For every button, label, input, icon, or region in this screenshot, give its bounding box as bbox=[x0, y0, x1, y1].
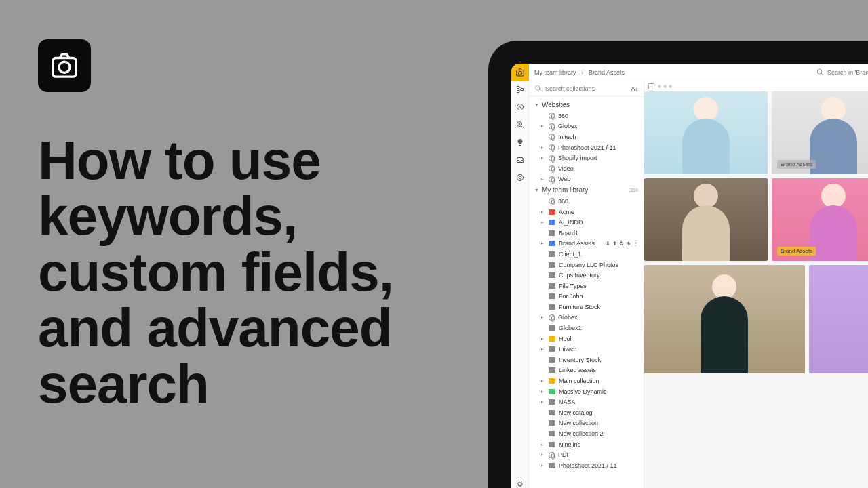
share-icon[interactable]: ⊕ bbox=[626, 241, 631, 247]
globe-icon bbox=[549, 314, 555, 321]
tree-item[interactable]: ▸Main collection bbox=[529, 375, 644, 386]
app-logo-badge bbox=[38, 39, 91, 92]
tree-item[interactable]: ▸Hooli bbox=[529, 333, 644, 344]
tree-item[interactable]: ▸Massive Dynamic bbox=[529, 386, 644, 397]
tree-item[interactable]: ▸Cups Inventory bbox=[529, 270, 644, 281]
tree-item-label: NASA bbox=[559, 399, 576, 405]
tree-item-label: Video bbox=[558, 165, 574, 172]
tree-item-label: Initech bbox=[558, 134, 576, 140]
inbox-icon[interactable] bbox=[516, 156, 524, 164]
tree-item[interactable]: ▸Furniture Stock bbox=[529, 302, 644, 312]
folder-icon bbox=[549, 293, 555, 299]
upload-icon[interactable]: ⬆ bbox=[612, 241, 617, 247]
tree-item[interactable]: ▸Photoshoot 2021 / 11 bbox=[529, 460, 644, 471]
tree-item[interactable]: ▸360 bbox=[529, 110, 644, 121]
tree-item[interactable]: ▸Brand Assets⬇⬆✿⊕⋮ bbox=[529, 239, 644, 249]
tree-item[interactable]: ▸Board1 bbox=[529, 228, 644, 239]
plug-icon[interactable] bbox=[516, 480, 524, 488]
folder-icon bbox=[549, 304, 555, 310]
asset-card[interactable] bbox=[644, 178, 768, 261]
collection-tree: ▼Websites▸360▸Globex▸Initech▸Photoshoot … bbox=[529, 96, 644, 474]
tree-item-label: New collection 2 bbox=[559, 430, 604, 437]
topbar: My team library / Brand Assets bbox=[511, 64, 868, 81]
tree-item[interactable]: ▸New collection bbox=[529, 418, 644, 429]
folder-icon bbox=[549, 325, 555, 331]
tree-item[interactable]: ▸Initech bbox=[529, 344, 644, 354]
tree-item-label: Board1 bbox=[559, 230, 578, 237]
tree-item[interactable]: ▸360 bbox=[529, 196, 644, 207]
asset-card[interactable]: Brand Assets bbox=[772, 92, 868, 174]
tree-item[interactable]: ▸Video bbox=[529, 163, 644, 174]
clock-icon[interactable] bbox=[516, 103, 524, 111]
app-logo-icon[interactable] bbox=[511, 64, 529, 81]
zoom-icon[interactable] bbox=[516, 121, 524, 129]
tree-item[interactable]: ▸Photoshoot 2021 / 11 bbox=[529, 142, 644, 153]
globe-icon bbox=[549, 176, 555, 182]
breadcrumb-root[interactable]: My team library bbox=[534, 69, 576, 76]
svg-point-10 bbox=[535, 85, 539, 89]
tree-item[interactable]: ▸Globex1 bbox=[529, 323, 644, 333]
tree-item[interactable]: ▸AI_INDD bbox=[529, 217, 644, 228]
tree-item[interactable]: ▸Inventory Stock bbox=[529, 354, 644, 365]
globe-icon bbox=[549, 165, 555, 171]
svg-point-4 bbox=[817, 69, 821, 73]
asset-tag: Brand Assets bbox=[777, 247, 816, 256]
sidebar-search[interactable]: A↓ bbox=[529, 81, 644, 96]
download-icon[interactable]: ⬇ bbox=[606, 241, 610, 247]
tree-item-label: Web bbox=[558, 176, 570, 182]
folder-icon bbox=[549, 230, 555, 236]
tree-item[interactable]: ▸Nineline bbox=[529, 439, 644, 450]
more-icon[interactable]: ⋮ bbox=[633, 241, 638, 247]
folder-icon bbox=[549, 389, 555, 394]
tree-item[interactable]: ▸Shopify import bbox=[529, 152, 644, 163]
tree-item[interactable]: ▸Globex bbox=[529, 121, 644, 132]
tree-item[interactable]: ▸Globex bbox=[529, 312, 644, 323]
rating-filter[interactable]: ★★★ bbox=[657, 83, 673, 89]
settings-icon[interactable]: ✿ bbox=[619, 241, 624, 247]
tree-item[interactable]: ▸For John bbox=[529, 291, 644, 302]
tree-item[interactable]: ▸New catalog bbox=[529, 407, 644, 418]
tree-item[interactable]: ▸New collection 2 bbox=[529, 428, 644, 439]
folder-icon bbox=[549, 431, 555, 436]
breadcrumb-separator: / bbox=[582, 69, 584, 76]
tree-item[interactable]: ▸PDF bbox=[529, 449, 644, 460]
tree-item-label: Furniture Stock bbox=[559, 304, 600, 310]
tree-item[interactable]: ▸NASA bbox=[529, 396, 644, 407]
tree-item[interactable]: ▸Linked assets bbox=[529, 365, 644, 376]
device-frame: My team library / Brand Assets A↓ ▼Websi… bbox=[488, 41, 868, 488]
tree-item-label: New catalog bbox=[559, 409, 593, 416]
tree-item-label: PDF bbox=[558, 451, 570, 458]
folder-icon bbox=[549, 209, 555, 215]
tree-item-label: For John bbox=[559, 293, 583, 300]
tree-section-header[interactable]: ▼Websites bbox=[529, 99, 644, 110]
globe-icon bbox=[549, 123, 555, 129]
tree-item[interactable]: ▸File Types bbox=[529, 281, 644, 291]
asset-card[interactable] bbox=[809, 265, 868, 373]
folder-icon bbox=[549, 272, 555, 278]
tree-icon[interactable] bbox=[516, 85, 524, 94]
tree-item[interactable]: ▸Company LLC Photos bbox=[529, 260, 644, 270]
top-search[interactable] bbox=[816, 68, 868, 76]
top-search-input[interactable] bbox=[827, 69, 868, 76]
sidebar-search-input[interactable] bbox=[545, 85, 627, 92]
asset-card[interactable]: Brand Assets bbox=[772, 178, 868, 261]
globe-icon bbox=[549, 113, 555, 119]
bulb-icon[interactable] bbox=[516, 138, 524, 146]
sort-icon[interactable]: A↓ bbox=[631, 85, 638, 92]
tree-item[interactable]: ▸Client_1 bbox=[529, 249, 644, 260]
select-all-checkbox[interactable] bbox=[648, 83, 654, 89]
asset-card[interactable] bbox=[644, 92, 768, 174]
tree-item[interactable]: ▸Web bbox=[529, 174, 644, 185]
asset-card[interactable] bbox=[644, 265, 805, 373]
tree-section-header[interactable]: ▼My team library368 bbox=[529, 184, 644, 196]
app-screen: My team library / Brand Assets A↓ ▼Websi… bbox=[511, 64, 868, 488]
tree-item[interactable]: ▸Acme bbox=[529, 207, 644, 218]
tree-item-label: Brand Assets bbox=[559, 240, 595, 247]
tree-item[interactable]: ▸Initech bbox=[529, 131, 644, 142]
breadcrumb-current[interactable]: Brand Assets bbox=[589, 69, 625, 76]
tree-item-label: Massive Dynamic bbox=[559, 388, 607, 395]
tree-item-label: Hooli bbox=[559, 336, 573, 342]
target-icon[interactable] bbox=[516, 174, 524, 182]
asset-tag: Brand Assets bbox=[777, 160, 816, 169]
folder-icon bbox=[549, 463, 555, 468]
